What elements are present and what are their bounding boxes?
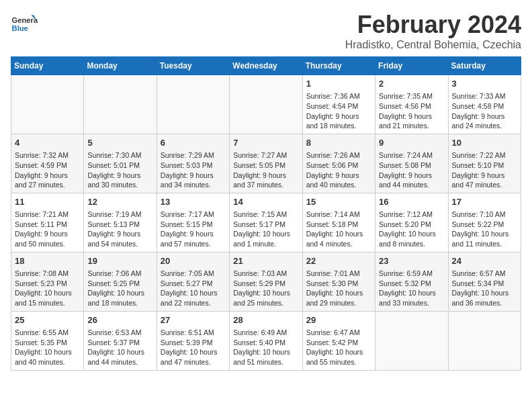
- calendar-cell: [84, 75, 157, 134]
- day-info: Sunrise: 7:03 AM Sunset: 5:29 PM Dayligh…: [233, 269, 298, 308]
- day-info: Sunrise: 7:29 AM Sunset: 5:03 PM Dayligh…: [161, 150, 226, 190]
- weekday-header: Saturday: [448, 57, 521, 75]
- day-number: 23: [379, 255, 444, 267]
- day-info: Sunrise: 7:17 AM Sunset: 5:15 PM Dayligh…: [161, 210, 226, 249]
- weekday-header: Friday: [375, 57, 448, 75]
- day-number: 18: [15, 255, 80, 267]
- calendar-cell: 20Sunrise: 7:05 AM Sunset: 5:27 PM Dayli…: [157, 252, 229, 311]
- logo: General Blue: [11, 11, 40, 38]
- day-number: 4: [15, 137, 80, 149]
- calendar-cell: 1Sunrise: 7:36 AM Sunset: 4:54 PM Daylig…: [302, 75, 375, 134]
- day-number: 2: [379, 78, 444, 90]
- day-info: Sunrise: 6:53 AM Sunset: 5:37 PM Dayligh…: [87, 328, 152, 367]
- weekday-header: Thursday: [302, 57, 375, 75]
- calendar-cell: 28Sunrise: 6:49 AM Sunset: 5:40 PM Dayli…: [230, 311, 302, 370]
- page-header: General Blue February 2024 Hradistko, Ce…: [11, 11, 521, 51]
- day-info: Sunrise: 7:35 AM Sunset: 4:56 PM Dayligh…: [379, 91, 444, 131]
- day-number: 19: [87, 255, 152, 267]
- svg-text:Blue: Blue: [12, 24, 28, 32]
- day-number: 3: [452, 78, 517, 90]
- calendar-cell: 27Sunrise: 6:51 AM Sunset: 5:39 PM Dayli…: [157, 311, 229, 370]
- day-number: 12: [87, 196, 152, 208]
- calendar-cell: [375, 311, 448, 370]
- day-number: 15: [306, 196, 371, 208]
- calendar-cell: 25Sunrise: 6:55 AM Sunset: 5:35 PM Dayli…: [11, 311, 84, 370]
- day-info: Sunrise: 7:19 AM Sunset: 5:13 PM Dayligh…: [87, 210, 152, 249]
- day-info: Sunrise: 6:57 AM Sunset: 5:34 PM Dayligh…: [452, 269, 517, 308]
- calendar-cell: [157, 75, 229, 134]
- day-info: Sunrise: 7:06 AM Sunset: 5:25 PM Dayligh…: [87, 269, 152, 308]
- calendar-cell: 12Sunrise: 7:19 AM Sunset: 5:13 PM Dayli…: [84, 193, 157, 252]
- calendar-cell: 10Sunrise: 7:22 AM Sunset: 5:10 PM Dayli…: [448, 134, 521, 193]
- calendar-cell: [230, 75, 302, 134]
- day-info: Sunrise: 6:49 AM Sunset: 5:40 PM Dayligh…: [233, 328, 298, 367]
- calendar-cell: 18Sunrise: 7:08 AM Sunset: 5:23 PM Dayli…: [11, 252, 84, 311]
- day-info: Sunrise: 6:51 AM Sunset: 5:39 PM Dayligh…: [161, 328, 226, 367]
- title-block: February 2024 Hradistko, Central Bohemia…: [345, 11, 521, 51]
- calendar-cell: [11, 75, 84, 134]
- day-number: 24: [452, 255, 517, 267]
- calendar-week-row: 4Sunrise: 7:32 AM Sunset: 4:59 PM Daylig…: [11, 134, 521, 193]
- weekday-header-row: SundayMondayTuesdayWednesdayThursdayFrid…: [11, 57, 521, 75]
- day-number: 5: [87, 137, 152, 149]
- calendar-cell: 17Sunrise: 7:10 AM Sunset: 5:22 PM Dayli…: [448, 193, 521, 252]
- logo-icon: General Blue: [11, 11, 38, 38]
- day-info: Sunrise: 7:12 AM Sunset: 5:20 PM Dayligh…: [379, 210, 444, 249]
- day-number: 26: [87, 314, 152, 326]
- day-number: 25: [15, 314, 80, 326]
- day-info: Sunrise: 7:05 AM Sunset: 5:27 PM Dayligh…: [161, 269, 226, 308]
- day-info: Sunrise: 7:14 AM Sunset: 5:18 PM Dayligh…: [306, 210, 371, 249]
- day-info: Sunrise: 7:10 AM Sunset: 5:22 PM Dayligh…: [452, 210, 517, 249]
- day-info: Sunrise: 7:32 AM Sunset: 4:59 PM Dayligh…: [15, 150, 80, 190]
- day-info: Sunrise: 7:15 AM Sunset: 5:17 PM Dayligh…: [233, 210, 298, 249]
- calendar-cell: [448, 311, 521, 370]
- day-number: 28: [233, 314, 298, 326]
- calendar-cell: 3Sunrise: 7:33 AM Sunset: 4:58 PM Daylig…: [448, 75, 521, 134]
- calendar-cell: 21Sunrise: 7:03 AM Sunset: 5:29 PM Dayli…: [230, 252, 302, 311]
- day-info: Sunrise: 7:26 AM Sunset: 5:06 PM Dayligh…: [306, 150, 371, 190]
- calendar-cell: 5Sunrise: 7:30 AM Sunset: 5:01 PM Daylig…: [84, 134, 157, 193]
- day-number: 1: [306, 78, 371, 90]
- day-number: 20: [161, 255, 226, 267]
- calendar-week-row: 11Sunrise: 7:21 AM Sunset: 5:11 PM Dayli…: [11, 193, 521, 252]
- calendar-cell: 9Sunrise: 7:24 AM Sunset: 5:08 PM Daylig…: [375, 134, 448, 193]
- day-number: 29: [306, 314, 371, 326]
- calendar-week-row: 1Sunrise: 7:36 AM Sunset: 4:54 PM Daylig…: [11, 75, 521, 134]
- day-info: Sunrise: 7:21 AM Sunset: 5:11 PM Dayligh…: [15, 210, 80, 249]
- weekday-header: Sunday: [11, 57, 84, 75]
- day-info: Sunrise: 7:01 AM Sunset: 5:30 PM Dayligh…: [306, 269, 371, 308]
- day-info: Sunrise: 7:33 AM Sunset: 4:58 PM Dayligh…: [452, 91, 517, 131]
- calendar-cell: 14Sunrise: 7:15 AM Sunset: 5:17 PM Dayli…: [230, 193, 302, 252]
- day-number: 8: [306, 137, 371, 149]
- location: Hradistko, Central Bohemia, Czechia: [345, 39, 521, 51]
- day-number: 10: [452, 137, 517, 149]
- calendar-week-row: 25Sunrise: 6:55 AM Sunset: 5:35 PM Dayli…: [11, 311, 521, 370]
- day-number: 14: [233, 196, 298, 208]
- calendar-cell: 19Sunrise: 7:06 AM Sunset: 5:25 PM Dayli…: [84, 252, 157, 311]
- calendar-cell: 16Sunrise: 7:12 AM Sunset: 5:20 PM Dayli…: [375, 193, 448, 252]
- day-info: Sunrise: 7:24 AM Sunset: 5:08 PM Dayligh…: [379, 150, 444, 190]
- day-info: Sunrise: 7:08 AM Sunset: 5:23 PM Dayligh…: [15, 269, 80, 308]
- calendar-cell: 26Sunrise: 6:53 AM Sunset: 5:37 PM Dayli…: [84, 311, 157, 370]
- day-number: 17: [452, 196, 517, 208]
- weekday-header: Monday: [84, 57, 157, 75]
- day-number: 11: [15, 196, 80, 208]
- day-number: 27: [161, 314, 226, 326]
- day-number: 6: [161, 137, 226, 149]
- calendar-week-row: 18Sunrise: 7:08 AM Sunset: 5:23 PM Dayli…: [11, 252, 521, 311]
- calendar-cell: 7Sunrise: 7:27 AM Sunset: 5:05 PM Daylig…: [230, 134, 302, 193]
- weekday-header: Wednesday: [230, 57, 302, 75]
- day-info: Sunrise: 7:30 AM Sunset: 5:01 PM Dayligh…: [87, 150, 152, 190]
- day-info: Sunrise: 7:22 AM Sunset: 5:10 PM Dayligh…: [452, 150, 517, 190]
- calendar-cell: 2Sunrise: 7:35 AM Sunset: 4:56 PM Daylig…: [375, 75, 448, 134]
- day-number: 16: [379, 196, 444, 208]
- day-number: 7: [233, 137, 298, 149]
- day-number: 9: [379, 137, 444, 149]
- calendar-cell: 8Sunrise: 7:26 AM Sunset: 5:06 PM Daylig…: [302, 134, 375, 193]
- calendar-table: SundayMondayTuesdayWednesdayThursdayFrid…: [11, 56, 521, 371]
- calendar-cell: 11Sunrise: 7:21 AM Sunset: 5:11 PM Dayli…: [11, 193, 84, 252]
- calendar-cell: 24Sunrise: 6:57 AM Sunset: 5:34 PM Dayli…: [448, 252, 521, 311]
- day-info: Sunrise: 6:59 AM Sunset: 5:32 PM Dayligh…: [379, 269, 444, 308]
- calendar-cell: 29Sunrise: 6:47 AM Sunset: 5:42 PM Dayli…: [302, 311, 375, 370]
- calendar-cell: 23Sunrise: 6:59 AM Sunset: 5:32 PM Dayli…: [375, 252, 448, 311]
